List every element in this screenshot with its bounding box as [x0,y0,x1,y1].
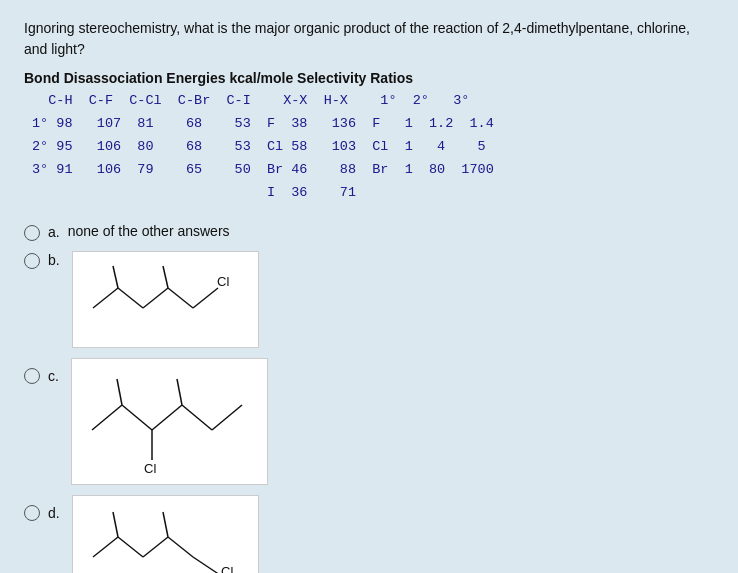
table-row-4: I 36 71 [32,182,714,205]
table-row-2: 2° 95 106 80 68 53 Cl 58 103 Cl 1 4 5 [32,136,714,159]
table-header-row: C-H C-F C-Cl C-Br C-I X-X H-X 1° 2° 3° [32,90,714,113]
svg-line-1 [118,288,143,308]
molecule-c-svg: Cl [82,365,257,475]
svg-line-19 [193,557,223,573]
table-title: Bond Disassociation Energies kcal/mole S… [24,70,714,86]
svg-line-11 [212,405,242,430]
molecule-b: Cl [72,251,259,348]
svg-line-16 [118,537,143,557]
cl-label-c: Cl [144,461,156,475]
svg-line-12 [117,379,122,405]
molecule-d-svg: Cl [83,502,248,573]
svg-line-2 [143,288,168,308]
svg-line-6 [163,266,168,288]
radio-b[interactable] [24,253,40,269]
radio-c[interactable] [24,368,40,384]
svg-line-3 [168,288,193,308]
svg-line-7 [92,405,122,430]
svg-line-9 [152,405,182,430]
svg-line-21 [163,512,168,537]
label-b: b. [48,252,60,268]
table-row-1: 1° 98 107 81 68 53 F 38 136 F 1 1.2 1.4 [32,113,714,136]
answer-option-c: c. Cl [24,358,714,485]
svg-line-10 [182,405,212,430]
svg-line-13 [177,379,182,405]
radio-d[interactable] [24,505,40,521]
radio-a[interactable] [24,225,40,241]
table-row-3: 3° 91 106 79 65 50 Br 46 88 Br 1 80 1700 [32,159,714,182]
cl-label-d: Cl [221,564,233,573]
svg-line-4 [193,288,218,308]
answer-option-d: d. Cl [24,495,714,573]
svg-line-0 [93,288,118,308]
bond-table: C-H C-F C-Cl C-Br C-I X-X H-X 1° 2° 3° 1… [32,90,714,205]
cl-label-b: Cl [217,274,229,289]
svg-line-18 [168,537,193,557]
answers-container: a. none of the other answers b. [24,223,714,573]
answer-option-b: b. Cl [24,251,714,348]
svg-line-17 [143,537,168,557]
text-a: none of the other answers [68,223,230,239]
svg-line-20 [113,512,118,537]
label-d: d. [48,505,60,521]
svg-line-8 [122,405,152,430]
molecule-c: Cl [71,358,268,485]
label-c: c. [48,368,59,384]
table-header: C-H C-F C-Cl C-Br C-I X-X H-X 1° 2° 3° [32,90,469,113]
label-a: a. [48,224,60,240]
svg-line-5 [113,266,118,288]
molecule-b-svg: Cl [83,258,248,338]
answer-option-a: a. none of the other answers [24,223,714,241]
molecule-d: Cl [72,495,259,573]
question-text: Ignoring stereochemistry, what is the ma… [24,18,714,60]
svg-line-15 [93,537,118,557]
